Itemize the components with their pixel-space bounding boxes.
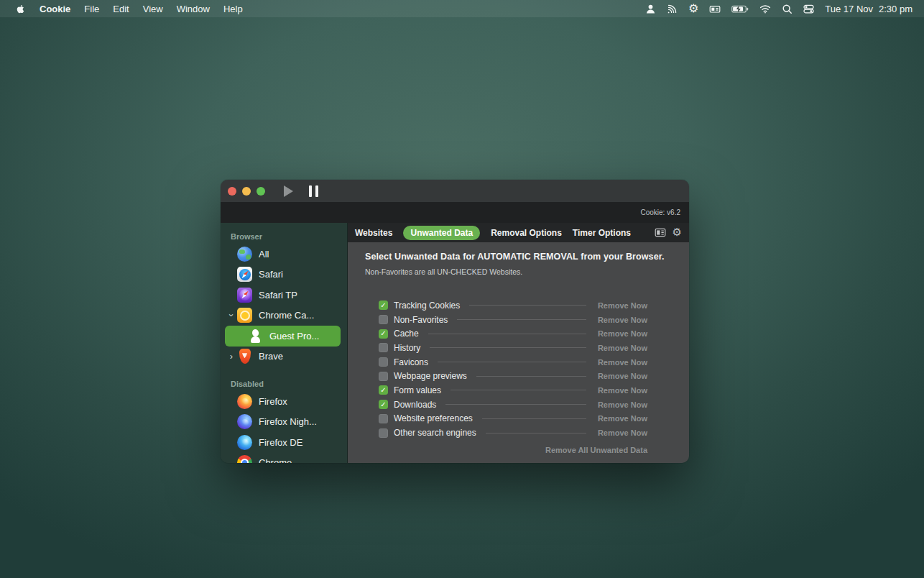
minimize-button[interactable] [242, 187, 251, 196]
menubar-app-name[interactable]: Cookie [40, 4, 70, 14]
row-label: History [394, 343, 420, 353]
remove-now-button[interactable]: Remove Now [598, 316, 647, 324]
checkbox-other-search-engines[interactable] [379, 428, 388, 438]
remove-now-button[interactable]: Remove Now [598, 400, 647, 409]
sidebar-item-label: All [259, 249, 269, 260]
globe-icon [237, 247, 252, 262]
settings-gear-icon[interactable]: ⚙ [673, 227, 682, 238]
zoom-button[interactable] [257, 187, 265, 196]
gear-icon[interactable]: ⚙ [688, 3, 698, 14]
sidebar-item-label: Guest Pro... [269, 331, 319, 341]
sidebar-item-label: Firefox Nigh... [259, 416, 317, 427]
sidebar-item-chrome[interactable]: Chrome [221, 453, 347, 464]
compass-face [239, 269, 251, 280]
checkbox-favicons[interactable] [379, 357, 388, 367]
sidebar-item-label: Chrome [259, 457, 292, 463]
tab-websites[interactable]: Websites [355, 226, 392, 240]
menu-item-file[interactable]: File [84, 4, 99, 14]
sidebar-item-brave[interactable]: ›Brave [221, 347, 347, 367]
sidebar-section-header-disabled: Disabled [221, 375, 347, 391]
leader-line [430, 347, 586, 348]
menubar-time: 2:30 pm [879, 4, 913, 14]
chevron-right-icon[interactable]: › [228, 352, 235, 361]
row-label: Website preferences [394, 413, 473, 423]
keyboard-icon[interactable] [709, 3, 721, 14]
search-icon[interactable] [782, 3, 793, 14]
window-titlebar[interactable] [221, 180, 689, 202]
waves-icon[interactable] [667, 3, 678, 14]
leader-line [451, 390, 586, 390]
data-row-history: HistoryRemove Now [379, 341, 647, 355]
checkbox-form-values[interactable]: ✓ [379, 385, 388, 395]
safari-tp-icon [237, 288, 252, 303]
remove-now-button[interactable]: Remove Now [598, 301, 647, 310]
sidebar-item-chrome-ca[interactable]: ›Chrome Ca... [221, 306, 347, 326]
leader-line [428, 334, 586, 334]
close-button[interactable] [228, 187, 236, 196]
remove-now-button[interactable]: Remove Now [598, 372, 647, 380]
panel-subheading: Non-Favorites are all UN-CHECKED Website… [365, 267, 672, 276]
wifi-icon[interactable] [759, 3, 771, 14]
data-row-tracking-cookies: ✓Tracking CookiesRemove Now [379, 298, 647, 313]
data-row-favicons: FaviconsRemove Now [379, 355, 647, 370]
user-icon[interactable] [645, 3, 656, 14]
menu-item-help[interactable]: Help [223, 4, 243, 14]
menu-item-window[interactable]: Window [177, 4, 210, 14]
remove-now-button[interactable]: Remove Now [598, 329, 647, 338]
checkbox-tracking-cookies[interactable]: ✓ [379, 301, 388, 310]
data-row-webpage-previews: Webpage previewsRemove Now [379, 369, 647, 383]
checkbox-history[interactable] [379, 343, 388, 352]
tab-removal-options[interactable]: Removal Options [491, 226, 562, 240]
data-row-cache: ✓CacheRemove Now [379, 326, 647, 341]
checkbox-cache[interactable]: ✓ [379, 329, 388, 339]
compass-face [239, 289, 251, 301]
sidebar-item-label: Safari [259, 269, 283, 280]
sidebar-item-label: Safari TP [259, 290, 297, 301]
control-center-icon[interactable] [803, 3, 814, 14]
sidebar-item-label: Chrome Ca... [259, 310, 314, 321]
chevron-down-icon[interactable]: › [227, 312, 236, 319]
panel-heading: Select Unwanted Data for AUTOMATIC REMOV… [365, 252, 672, 262]
checkbox-website-preferences[interactable] [379, 414, 388, 423]
sidebar-item-firefox-nigh[interactable]: Firefox Nigh... [221, 412, 347, 433]
row-label: Other search engines [394, 428, 476, 438]
battery-charging-icon[interactable] [731, 3, 749, 14]
remove-now-button[interactable]: Remove Now [598, 414, 647, 423]
tab-unwanted-data[interactable]: Unwanted Data [403, 226, 480, 240]
data-row-form-values: ✓Form valuesRemove Now [379, 383, 647, 398]
tab-bar-tabs: WebsitesUnwanted DataRemoval OptionsTime… [355, 226, 631, 240]
remove-now-button[interactable]: Remove Now [598, 344, 647, 352]
unwanted-data-list: ✓Tracking CookiesRemove NowNon-Favorites… [365, 298, 672, 440]
tab-timer-options[interactable]: Timer Options [573, 226, 631, 240]
sidebar-item-firefox[interactable]: Firefox [221, 391, 347, 412]
menu-item-view[interactable]: View [143, 4, 163, 14]
sidebar-item-safari-tp[interactable]: Safari TP [221, 285, 347, 306]
guest-icon [248, 329, 263, 344]
remove-now-button[interactable]: Remove Now [598, 358, 647, 367]
version-strip: Cookie: v6.2 [221, 202, 689, 223]
sidebar-item-label: Brave [259, 351, 283, 362]
checkbox-non-favorites[interactable] [379, 315, 388, 324]
apple-menu-icon[interactable] [15, 4, 26, 14]
menu-item-edit[interactable]: Edit [113, 4, 129, 14]
checkbox-webpage-previews[interactable] [379, 372, 388, 381]
row-label: Webpage previews [394, 371, 467, 381]
data-row-website-preferences: Website preferencesRemove Now [379, 412, 647, 426]
pause-button[interactable] [309, 185, 318, 197]
remove-all-unwanted-data-button[interactable]: Remove All Unwanted Data [545, 446, 647, 454]
sidebar-item-label: Firefox [259, 396, 287, 407]
menubar: Cookie FileEditViewWindowHelp ⚙ [0, 0, 924, 17]
play-button[interactable] [284, 185, 293, 197]
leader-line [445, 404, 586, 405]
sidebar-item-safari[interactable]: Safari [221, 265, 347, 285]
remove-now-button[interactable]: Remove Now [598, 386, 647, 395]
list-view-icon[interactable] [655, 227, 666, 238]
checkbox-downloads[interactable]: ✓ [379, 400, 388, 409]
unwanted-data-panel: Select Unwanted Data for AUTOMATIC REMOV… [348, 242, 689, 463]
leader-line [482, 418, 586, 419]
remove-now-button[interactable]: Remove Now [598, 428, 647, 437]
menubar-clock[interactable]: Tue 17 Nov 2:30 pm [825, 4, 913, 14]
sidebar-item-guest-pro[interactable]: Guest Pro... [225, 326, 341, 347]
sidebar-item-all[interactable]: All [221, 244, 347, 265]
sidebar-item-firefox-de[interactable]: Firefox DE [221, 432, 347, 453]
